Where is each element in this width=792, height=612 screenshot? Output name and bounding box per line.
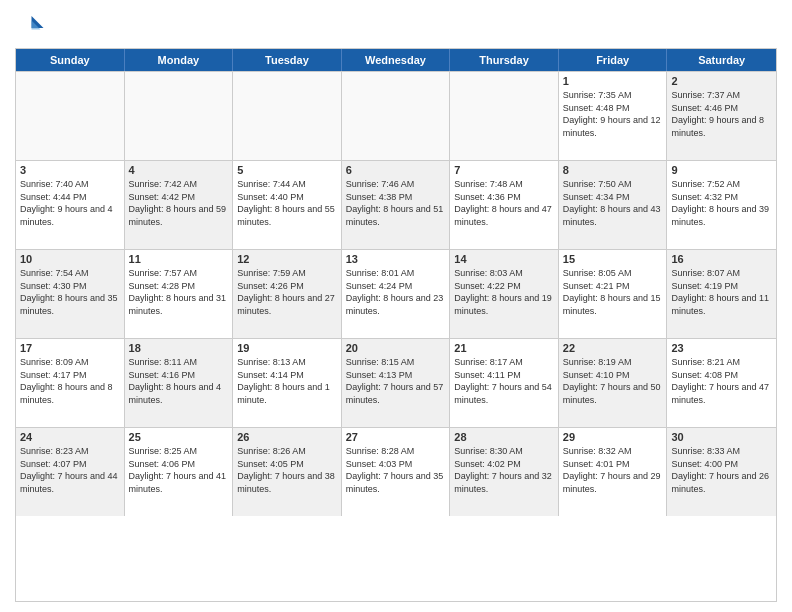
header-day: Sunday: [16, 49, 125, 71]
calendar-row: 24Sunrise: 8:23 AM Sunset: 4:07 PM Dayli…: [16, 427, 776, 516]
day-detail: Sunrise: 8:19 AM Sunset: 4:10 PM Dayligh…: [563, 356, 663, 406]
day-number: 30: [671, 431, 772, 443]
header-day: Monday: [125, 49, 234, 71]
day-number: 28: [454, 431, 554, 443]
day-detail: Sunrise: 8:26 AM Sunset: 4:05 PM Dayligh…: [237, 445, 337, 495]
day-detail: Sunrise: 7:52 AM Sunset: 4:32 PM Dayligh…: [671, 178, 772, 228]
day-number: 5: [237, 164, 337, 176]
calendar-row: 17Sunrise: 8:09 AM Sunset: 4:17 PM Dayli…: [16, 338, 776, 427]
day-number: 11: [129, 253, 229, 265]
calendar-cell: 2Sunrise: 7:37 AM Sunset: 4:46 PM Daylig…: [667, 72, 776, 160]
day-detail: Sunrise: 8:07 AM Sunset: 4:19 PM Dayligh…: [671, 267, 772, 317]
calendar-header: SundayMondayTuesdayWednesdayThursdayFrid…: [16, 49, 776, 71]
day-number: 15: [563, 253, 663, 265]
day-detail: Sunrise: 7:35 AM Sunset: 4:48 PM Dayligh…: [563, 89, 663, 139]
day-number: 8: [563, 164, 663, 176]
day-detail: Sunrise: 7:50 AM Sunset: 4:34 PM Dayligh…: [563, 178, 663, 228]
calendar-cell: 28Sunrise: 8:30 AM Sunset: 4:02 PM Dayli…: [450, 428, 559, 516]
calendar-cell: 23Sunrise: 8:21 AM Sunset: 4:08 PM Dayli…: [667, 339, 776, 427]
calendar-cell: 21Sunrise: 8:17 AM Sunset: 4:11 PM Dayli…: [450, 339, 559, 427]
day-number: 25: [129, 431, 229, 443]
calendar-cell: 30Sunrise: 8:33 AM Sunset: 4:00 PM Dayli…: [667, 428, 776, 516]
calendar-cell: 9Sunrise: 7:52 AM Sunset: 4:32 PM Daylig…: [667, 161, 776, 249]
day-number: 1: [563, 75, 663, 87]
day-detail: Sunrise: 8:09 AM Sunset: 4:17 PM Dayligh…: [20, 356, 120, 406]
calendar-cell: 7Sunrise: 7:48 AM Sunset: 4:36 PM Daylig…: [450, 161, 559, 249]
calendar-row: 1Sunrise: 7:35 AM Sunset: 4:48 PM Daylig…: [16, 71, 776, 160]
header-day: Tuesday: [233, 49, 342, 71]
calendar-cell: 25Sunrise: 8:25 AM Sunset: 4:06 PM Dayli…: [125, 428, 234, 516]
calendar-cell: 11Sunrise: 7:57 AM Sunset: 4:28 PM Dayli…: [125, 250, 234, 338]
day-detail: Sunrise: 7:48 AM Sunset: 4:36 PM Dayligh…: [454, 178, 554, 228]
calendar-cell: 18Sunrise: 8:11 AM Sunset: 4:16 PM Dayli…: [125, 339, 234, 427]
calendar-cell: 13Sunrise: 8:01 AM Sunset: 4:24 PM Dayli…: [342, 250, 451, 338]
day-number: 18: [129, 342, 229, 354]
day-number: 26: [237, 431, 337, 443]
day-number: 19: [237, 342, 337, 354]
day-number: 21: [454, 342, 554, 354]
calendar-cell: 12Sunrise: 7:59 AM Sunset: 4:26 PM Dayli…: [233, 250, 342, 338]
day-detail: Sunrise: 8:15 AM Sunset: 4:13 PM Dayligh…: [346, 356, 446, 406]
day-number: 2: [671, 75, 772, 87]
calendar-cell: 19Sunrise: 8:13 AM Sunset: 4:14 PM Dayli…: [233, 339, 342, 427]
calendar-cell: [450, 72, 559, 160]
day-number: 12: [237, 253, 337, 265]
calendar-cell: 26Sunrise: 8:26 AM Sunset: 4:05 PM Dayli…: [233, 428, 342, 516]
header-day: Wednesday: [342, 49, 451, 71]
calendar-cell: 10Sunrise: 7:54 AM Sunset: 4:30 PM Dayli…: [16, 250, 125, 338]
day-number: 22: [563, 342, 663, 354]
calendar-cell: 6Sunrise: 7:46 AM Sunset: 4:38 PM Daylig…: [342, 161, 451, 249]
day-detail: Sunrise: 7:57 AM Sunset: 4:28 PM Dayligh…: [129, 267, 229, 317]
day-detail: Sunrise: 8:05 AM Sunset: 4:21 PM Dayligh…: [563, 267, 663, 317]
calendar-body: 1Sunrise: 7:35 AM Sunset: 4:48 PM Daylig…: [16, 71, 776, 516]
day-detail: Sunrise: 8:23 AM Sunset: 4:07 PM Dayligh…: [20, 445, 120, 495]
day-number: 14: [454, 253, 554, 265]
header-day: Friday: [559, 49, 668, 71]
calendar-cell: 17Sunrise: 8:09 AM Sunset: 4:17 PM Dayli…: [16, 339, 125, 427]
day-number: 9: [671, 164, 772, 176]
day-number: 24: [20, 431, 120, 443]
day-number: 13: [346, 253, 446, 265]
calendar-cell: 20Sunrise: 8:15 AM Sunset: 4:13 PM Dayli…: [342, 339, 451, 427]
calendar-cell: [125, 72, 234, 160]
calendar-cell: 4Sunrise: 7:42 AM Sunset: 4:42 PM Daylig…: [125, 161, 234, 249]
header: [15, 10, 777, 40]
calendar-cell: 5Sunrise: 7:44 AM Sunset: 4:40 PM Daylig…: [233, 161, 342, 249]
calendar-cell: [16, 72, 125, 160]
day-detail: Sunrise: 8:28 AM Sunset: 4:03 PM Dayligh…: [346, 445, 446, 495]
header-day: Thursday: [450, 49, 559, 71]
day-detail: Sunrise: 8:21 AM Sunset: 4:08 PM Dayligh…: [671, 356, 772, 406]
day-detail: Sunrise: 8:25 AM Sunset: 4:06 PM Dayligh…: [129, 445, 229, 495]
calendar: SundayMondayTuesdayWednesdayThursdayFrid…: [15, 48, 777, 602]
logo: [15, 10, 49, 40]
day-number: 7: [454, 164, 554, 176]
calendar-cell: 14Sunrise: 8:03 AM Sunset: 4:22 PM Dayli…: [450, 250, 559, 338]
day-number: 29: [563, 431, 663, 443]
day-detail: Sunrise: 7:44 AM Sunset: 4:40 PM Dayligh…: [237, 178, 337, 228]
page: SundayMondayTuesdayWednesdayThursdayFrid…: [0, 0, 792, 612]
day-detail: Sunrise: 7:46 AM Sunset: 4:38 PM Dayligh…: [346, 178, 446, 228]
day-number: 10: [20, 253, 120, 265]
day-number: 27: [346, 431, 446, 443]
day-detail: Sunrise: 8:17 AM Sunset: 4:11 PM Dayligh…: [454, 356, 554, 406]
day-detail: Sunrise: 8:30 AM Sunset: 4:02 PM Dayligh…: [454, 445, 554, 495]
day-detail: Sunrise: 7:54 AM Sunset: 4:30 PM Dayligh…: [20, 267, 120, 317]
calendar-cell: 27Sunrise: 8:28 AM Sunset: 4:03 PM Dayli…: [342, 428, 451, 516]
header-day: Saturday: [667, 49, 776, 71]
day-number: 16: [671, 253, 772, 265]
calendar-cell: 3Sunrise: 7:40 AM Sunset: 4:44 PM Daylig…: [16, 161, 125, 249]
day-detail: Sunrise: 8:13 AM Sunset: 4:14 PM Dayligh…: [237, 356, 337, 406]
day-number: 23: [671, 342, 772, 354]
day-detail: Sunrise: 8:32 AM Sunset: 4:01 PM Dayligh…: [563, 445, 663, 495]
calendar-cell: 16Sunrise: 8:07 AM Sunset: 4:19 PM Dayli…: [667, 250, 776, 338]
calendar-row: 10Sunrise: 7:54 AM Sunset: 4:30 PM Dayli…: [16, 249, 776, 338]
calendar-row: 3Sunrise: 7:40 AM Sunset: 4:44 PM Daylig…: [16, 160, 776, 249]
day-detail: Sunrise: 7:37 AM Sunset: 4:46 PM Dayligh…: [671, 89, 772, 139]
day-number: 6: [346, 164, 446, 176]
day-number: 4: [129, 164, 229, 176]
calendar-cell: 22Sunrise: 8:19 AM Sunset: 4:10 PM Dayli…: [559, 339, 668, 427]
day-detail: Sunrise: 8:33 AM Sunset: 4:00 PM Dayligh…: [671, 445, 772, 495]
day-detail: Sunrise: 8:11 AM Sunset: 4:16 PM Dayligh…: [129, 356, 229, 406]
day-number: 17: [20, 342, 120, 354]
day-number: 3: [20, 164, 120, 176]
